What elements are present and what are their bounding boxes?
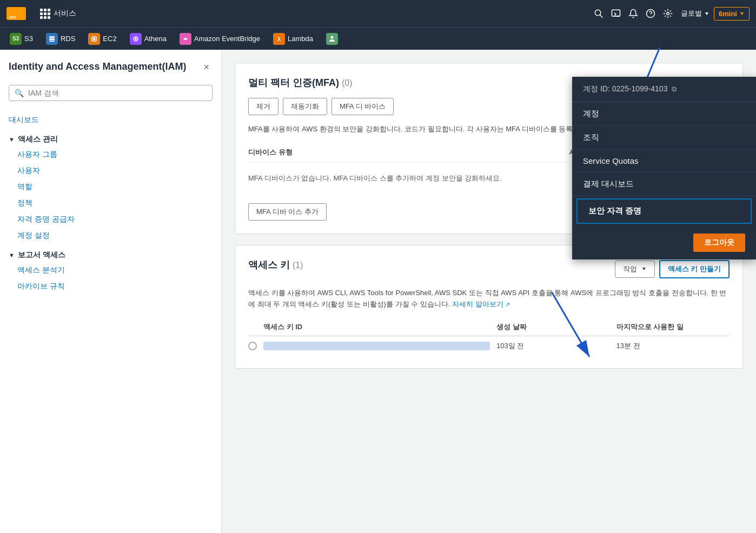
mfa-action-button[interactable]: MFA 디 바이스 bbox=[331, 98, 394, 115]
dropdown-logout-area: 로그아웃 bbox=[572, 226, 756, 259]
access-key-title: 액세스 키 (1) bbox=[248, 258, 303, 271]
mfa-add-device-button[interactable]: MFA 디바 이스 추가 bbox=[248, 203, 327, 221]
row-radio[interactable] bbox=[248, 342, 257, 350]
iam-search-input[interactable] bbox=[28, 89, 207, 97]
dropdown-item-security-credentials[interactable]: 보안 자격 증명 bbox=[576, 198, 752, 224]
last-used-value: 13분 전 bbox=[616, 341, 730, 351]
service-user[interactable] bbox=[321, 31, 343, 47]
service-rds[interactable]: RDS bbox=[41, 31, 81, 47]
mfa-resync-button[interactable]: 재동기화 bbox=[283, 98, 327, 115]
search-icon: 🔍 bbox=[15, 89, 24, 97]
service-eventbridge[interactable]: Amazon EventBridge bbox=[174, 31, 266, 47]
access-key-row: 103일 전 13분 전 bbox=[248, 336, 730, 355]
svg-line-2 bbox=[600, 15, 602, 17]
sidebar-header: Identity and Access Management(IAM) × bbox=[9, 61, 213, 74]
global-label: 글로벌 bbox=[681, 9, 702, 18]
settings-button[interactable] bbox=[659, 5, 677, 22]
chevron-icon-reports: ▼ bbox=[9, 252, 15, 258]
copy-account-id-button[interactable]: ⧉ bbox=[672, 85, 677, 94]
service-lambda[interactable]: λ Lambda bbox=[268, 31, 319, 47]
top-navbar: aws 서비스 bbox=[0, 0, 756, 27]
access-key-description: 액세스 키를 사용하여 AWS CLI, AWS Tools for Power… bbox=[248, 288, 730, 310]
sidebar-item-account-settings[interactable]: 계정 설정 bbox=[9, 228, 213, 244]
service-ec2[interactable]: EC2 bbox=[83, 31, 122, 47]
service-s3[interactable]: S3 S3 bbox=[4, 31, 38, 47]
user-service-icon bbox=[326, 33, 338, 45]
eventbridge-icon bbox=[180, 33, 191, 45]
svg-rect-14 bbox=[93, 38, 95, 40]
global-selector[interactable]: 글로벌 bbox=[677, 6, 714, 21]
user-label: 6mini bbox=[719, 10, 737, 18]
access-key-table-headers: 액세스 키 ID 생성 날짜 마지막으로 사용한 일 bbox=[248, 319, 730, 336]
help-button[interactable] bbox=[642, 5, 659, 22]
athena-icon bbox=[130, 33, 142, 45]
access-key-work-button[interactable]: 작업 bbox=[615, 261, 655, 278]
sidebar-item-dashboard[interactable]: 대시보드 bbox=[9, 112, 213, 128]
service-athena[interactable]: Athena bbox=[124, 31, 172, 47]
sidebar-item-policies[interactable]: 정책 bbox=[9, 195, 213, 211]
lambda-icon: λ bbox=[273, 33, 285, 45]
notifications-button[interactable] bbox=[625, 5, 642, 22]
access-key-create-button[interactable]: 액세스 키 만들기 bbox=[659, 260, 730, 278]
dropdown-item-account[interactable]: 계정 bbox=[572, 102, 756, 126]
search-button[interactable] bbox=[590, 5, 607, 22]
created-date-value: 103일 전 bbox=[496, 341, 610, 351]
main-layout: Identity and Access Management(IAM) × 🔍 … bbox=[0, 50, 756, 533]
dropdown-item-service-quotas[interactable]: Service Quotas bbox=[572, 150, 756, 172]
sidebar-close-button[interactable]: × bbox=[200, 61, 213, 74]
nav-services-button[interactable]: 서비스 bbox=[35, 9, 82, 19]
sidebar-title: Identity and Access Management(IAM) bbox=[9, 61, 186, 73]
mfa-remove-button[interactable]: 제거 bbox=[248, 98, 278, 115]
svg-rect-12 bbox=[49, 41, 55, 42]
svg-point-17 bbox=[330, 36, 333, 38]
svg-point-1 bbox=[595, 10, 601, 16]
cloudshell-button[interactable] bbox=[607, 5, 625, 22]
svg-rect-3 bbox=[612, 10, 620, 16]
chevron-icon: ▼ bbox=[9, 136, 15, 143]
svg-rect-10 bbox=[49, 36, 55, 38]
service-bar: S3 S3 RDS EC2 Athena bbox=[0, 27, 756, 50]
access-key-learn-more[interactable]: 자세히 알아보기 ↗ bbox=[452, 300, 510, 308]
sidebar-section-reports: ▼ 보고서 액세스 액세스 분석기 아카이브 규칙 bbox=[9, 250, 213, 295]
rds-label: RDS bbox=[61, 35, 75, 43]
athena-label: Athena bbox=[144, 35, 167, 43]
aws-logo-icon: aws bbox=[6, 7, 26, 20]
sidebar-section-access: ▼ 액세스 관리 사용자 그룹 사용자 역할 정책 자격 증명 공급자 계정 설… bbox=[9, 135, 213, 244]
th-created-date: 생성 날짜 bbox=[496, 322, 610, 332]
services-label: 서비스 bbox=[54, 9, 76, 18]
dropdown-item-organization[interactable]: 조직 bbox=[572, 126, 756, 150]
s3-label: S3 bbox=[24, 35, 33, 43]
svg-marker-18 bbox=[642, 268, 646, 270]
dropdown-item-billing[interactable]: 결제 대시보드 bbox=[572, 172, 756, 196]
sidebar-item-access-analyzer[interactable]: 액세스 분석기 bbox=[9, 262, 213, 278]
svg-text:aws: aws bbox=[9, 15, 16, 19]
iam-search-box[interactable]: 🔍 bbox=[9, 85, 213, 101]
sidebar-item-archive-rules[interactable]: 아카이브 규칙 bbox=[9, 278, 213, 295]
logout-button[interactable]: 로그아웃 bbox=[693, 234, 745, 252]
sidebar-item-users[interactable]: 사용자 bbox=[9, 163, 213, 179]
svg-marker-8 bbox=[705, 12, 708, 15]
svg-point-16 bbox=[135, 38, 137, 40]
sidebar-item-roles[interactable]: 역할 bbox=[9, 179, 213, 195]
eventbridge-label: Amazon EventBridge bbox=[194, 35, 260, 43]
svg-rect-11 bbox=[49, 38, 55, 40]
th-key-id: 액세스 키 ID bbox=[263, 322, 490, 332]
lambda-label: Lambda bbox=[288, 35, 313, 43]
col-device-type: 디바이스 유형 bbox=[248, 148, 569, 157]
th-last-used: 마지막으로 사용한 일 bbox=[616, 322, 730, 332]
user-menu-button[interactable]: 6mini bbox=[714, 7, 750, 21]
access-key-header: 액세스 키 (1) 작업 액세스 키 만들기 bbox=[248, 258, 730, 280]
svg-point-7 bbox=[667, 12, 669, 15]
ec2-icon bbox=[88, 33, 100, 45]
svg-marker-9 bbox=[740, 12, 744, 15]
account-id-row: 계정 ID: 0225-1099-4103 ⧉ bbox=[572, 77, 756, 102]
user-dropdown-menu: 계정 ID: 0225-1099-4103 ⧉ 계정 조직 Service Qu… bbox=[572, 77, 756, 259]
ec2-label: EC2 bbox=[103, 35, 116, 43]
sidebar-item-identity-providers[interactable]: 자격 증명 공급자 bbox=[9, 211, 213, 228]
aws-logo[interactable]: aws bbox=[6, 7, 26, 20]
key-id-value bbox=[263, 342, 490, 350]
rds-icon bbox=[46, 33, 58, 45]
sidebar-item-usergroups[interactable]: 사용자 그룹 bbox=[9, 146, 213, 163]
access-key-card: 액세스 키 (1) 작업 액세스 키 만들기 액세스 키를 사용하여 AWS C… bbox=[235, 245, 743, 369]
left-sidebar: Identity and Access Management(IAM) × 🔍 … bbox=[0, 50, 222, 533]
